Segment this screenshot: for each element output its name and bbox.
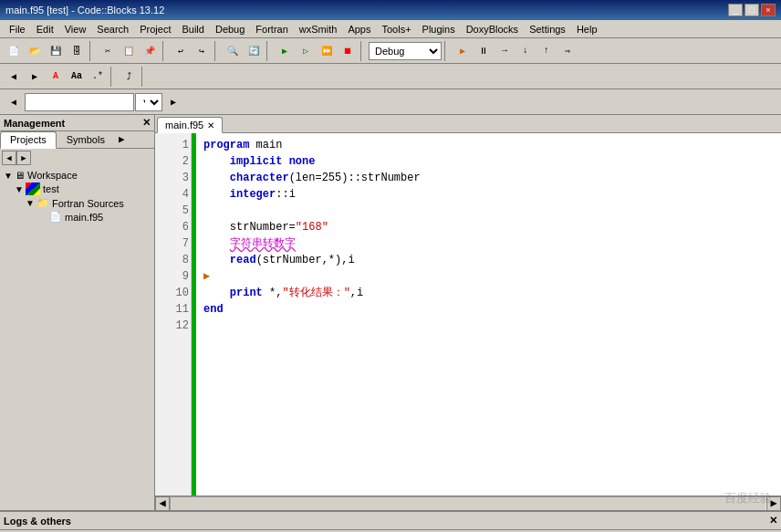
sidebar: Management ✕ Projects Symbols ▶ ◀ ▶ ▼ 🖥 …: [0, 115, 155, 510]
menu-build[interactable]: Build: [176, 23, 209, 36]
main-area: Management ✕ Projects Symbols ▶ ◀ ▶ ▼ 🖥 …: [0, 115, 781, 510]
toolbar2-btn2[interactable]: ▶: [25, 67, 45, 87]
redo-button[interactable]: ↪: [192, 41, 212, 61]
stop-button[interactable]: ⏹: [338, 41, 358, 61]
nav-back[interactable]: ◀: [2, 151, 16, 165]
menu-search[interactable]: Search: [91, 23, 134, 36]
paste-button[interactable]: 📌: [140, 41, 160, 61]
sidebar-nav-right[interactable]: ▶: [115, 131, 129, 148]
project-tree: ▼ 🖥 Workspace ▼ test ▼ 📁 Fortran Sources…: [0, 167, 154, 510]
toolbar2-jump[interactable]: ⤴: [119, 67, 139, 87]
toolbar-sep-3: [214, 41, 220, 61]
toolbar2-btn1[interactable]: ◀: [4, 67, 24, 87]
toolbar2-match-case[interactable]: Aa: [67, 67, 87, 87]
debug-button[interactable]: ▶: [453, 41, 473, 61]
editor-tab-close[interactable]: ✕: [207, 120, 214, 130]
build-run-button[interactable]: ⏩: [317, 41, 337, 61]
open-button[interactable]: 📂: [25, 41, 45, 61]
logs-area: Logs & others ✕ ◀ ⚠ Cccc ✕ 🔨 Build log ✕…: [0, 510, 781, 532]
replace-button[interactable]: 🔄: [244, 41, 264, 61]
build-target-dropdown[interactable]: Debug: [369, 42, 442, 60]
toolbar2-highlight[interactable]: A: [46, 67, 66, 87]
logs-header: Logs & others ✕: [0, 512, 781, 530]
toolbar-main: 📄 📂 💾 🗄 ✂ 📋 📌 ↩ ↪ 🔍 🔄 ▶ ▷ ⏩ ⏹ Debug ▶ ⏸ …: [0, 38, 781, 64]
toolbar2-sep2: [141, 67, 147, 87]
scroll-left-button[interactable]: ◀: [155, 496, 170, 511]
toolbar-sep-5: [360, 41, 366, 61]
tree-fortran-sources[interactable]: ▼ 📁 Fortran Sources: [2, 196, 152, 210]
titlebar-title: main.f95 [test] - Code::Blocks 13.12: [5, 5, 164, 16]
sidebar-tabs: Projects Symbols ▶: [0, 131, 154, 149]
toolbar-secondary: ◀ ▶ A Aa .* ⤴: [0, 64, 781, 89]
debug-run-to[interactable]: ⇒: [557, 41, 578, 61]
menu-settings[interactable]: Settings: [524, 23, 571, 36]
maximize-button[interactable]: □: [745, 4, 759, 16]
search-scope-dropdown[interactable]: ▼: [135, 93, 162, 111]
debug-out[interactable]: ↑: [536, 41, 557, 61]
find-button[interactable]: 🔍: [223, 41, 243, 61]
code-editor[interactable]: program main implicit none character(len…: [196, 133, 781, 495]
toolbar-sep-1: [89, 41, 95, 61]
management-label: Management: [4, 118, 65, 129]
menu-edit[interactable]: Edit: [31, 23, 59, 36]
save-button[interactable]: 💾: [46, 41, 66, 61]
debug-step[interactable]: ↓: [515, 41, 536, 61]
menu-project[interactable]: Project: [134, 23, 176, 36]
cut-button[interactable]: ✂: [98, 41, 118, 61]
line-numbers: 1 2 3 4 5 6 7 8 9 10 11 12: [155, 133, 192, 495]
sidebar-nav: ◀ ▶: [0, 149, 154, 167]
sidebar-header: Management ✕: [0, 115, 154, 131]
build-button[interactable]: ▶: [275, 41, 295, 61]
menu-fortran[interactable]: Fortran: [250, 23, 293, 36]
copy-button[interactable]: 📋: [119, 41, 139, 61]
close-button[interactable]: ×: [761, 4, 776, 16]
menu-wxsmith[interactable]: wxSmith: [294, 23, 343, 36]
toolbar-sep-2: [162, 41, 168, 61]
scrollbar-track[interactable]: [170, 496, 766, 511]
test-icon: [26, 183, 40, 195]
sidebar-close-icon[interactable]: ✕: [142, 117, 151, 129]
menu-tools[interactable]: Tools+: [376, 23, 416, 36]
watermark: 百度经验: [724, 490, 772, 506]
menu-file[interactable]: File: [4, 23, 31, 36]
debug-next[interactable]: →: [495, 41, 515, 61]
menu-view[interactable]: View: [59, 23, 92, 36]
horizontal-scrollbar[interactable]: ◀ ▶: [155, 495, 781, 510]
menu-plugins[interactable]: Plugins: [417, 23, 461, 36]
save-all-button[interactable]: 🗄: [67, 41, 87, 61]
run-button[interactable]: ▷: [296, 41, 316, 61]
editor-tab-main[interactable]: main.f95 ✕: [157, 117, 223, 133]
search-prev[interactable]: ◀: [4, 92, 24, 112]
menu-help[interactable]: Help: [571, 23, 603, 36]
logs-close-icon[interactable]: ✕: [769, 515, 777, 527]
search-input[interactable]: [25, 93, 134, 111]
toolbar-sep-6: [444, 41, 450, 61]
sidebar-tab-projects[interactable]: Projects: [0, 131, 57, 149]
menu-doxyblocks[interactable]: DoxyBlocks: [461, 23, 524, 36]
toolbar2-sep: [110, 67, 116, 87]
editor-tabs: main.f95 ✕: [155, 115, 781, 133]
debug-stop[interactable]: ⏸: [474, 41, 494, 61]
editor-area: main.f95 ✕ 1 2 3 4 5 6 7 8 9 10 11 12 pr…: [155, 115, 781, 510]
toolbar-sep-4: [266, 41, 272, 61]
titlebar: main.f95 [test] - Code::Blocks 13.12 _ □…: [0, 0, 781, 20]
menu-debug[interactable]: Debug: [210, 23, 250, 36]
menubar: File Edit View Search Project Build Debu…: [0, 20, 781, 38]
new-button[interactable]: 📄: [4, 41, 24, 61]
minimize-button[interactable]: _: [728, 4, 743, 16]
tree-main-f95[interactable]: 📄 main.f95: [2, 210, 152, 224]
code-container[interactable]: 1 2 3 4 5 6 7 8 9 10 11 12 program main …: [155, 133, 781, 495]
sidebar-tab-symbols[interactable]: Symbols: [57, 131, 115, 148]
tree-test[interactable]: ▼ test: [2, 182, 152, 196]
tree-workspace[interactable]: ▼ 🖥 Workspace: [2, 169, 152, 182]
menu-apps[interactable]: Apps: [342, 23, 376, 36]
nav-forward[interactable]: ▶: [16, 151, 31, 165]
search-next[interactable]: ▶: [163, 92, 183, 112]
toolbar2-regex[interactable]: .*: [88, 67, 108, 87]
undo-button[interactable]: ↩: [171, 41, 191, 61]
toolbar-search: ◀ ▼ ▶: [0, 89, 781, 115]
logs-title: Logs & others: [4, 516, 71, 527]
titlebar-controls: _ □ ×: [728, 4, 776, 16]
